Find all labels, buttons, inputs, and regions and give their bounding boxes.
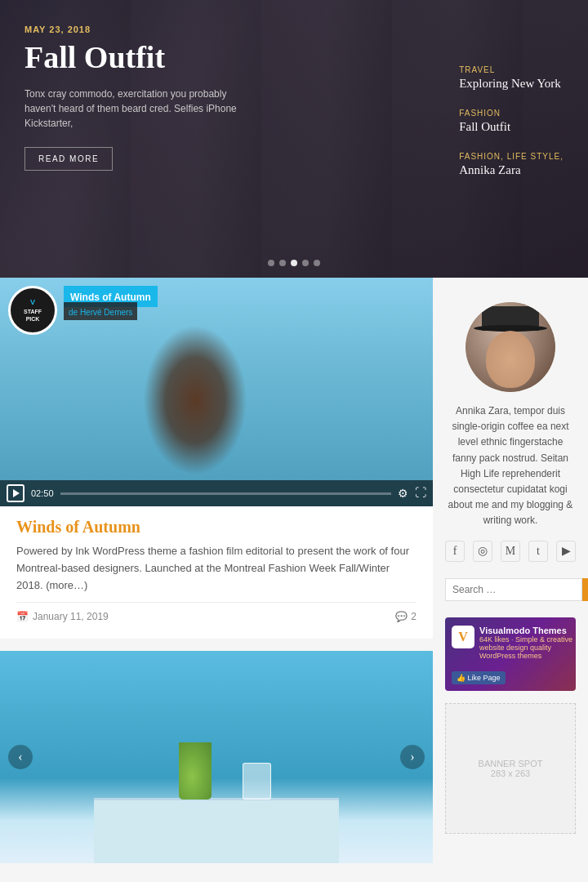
hero-dot-2[interactable] bbox=[279, 260, 286, 266]
hero-date: MAY 23, 2018 bbox=[24, 24, 237, 34]
gallery-prev-button[interactable]: ‹ bbox=[8, 745, 33, 769]
hero-side-category-1: TRAVEL bbox=[459, 65, 564, 74]
sidebar: Annika Zara, tempor duis single-origin c… bbox=[433, 278, 588, 863]
post-excerpt: Powered by Ink WordPress theme a fashion… bbox=[16, 543, 416, 594]
video-figure bbox=[122, 294, 269, 506]
hero-side-category-2: FASHION bbox=[459, 109, 564, 118]
post-title[interactable]: Winds of Autumn bbox=[16, 518, 416, 537]
pick-label: PICK bbox=[26, 315, 40, 323]
banner-spot: BANNER SPOT 283 x 263 bbox=[445, 703, 576, 834]
facebook-icon[interactable]: f bbox=[445, 541, 465, 562]
play-icon bbox=[13, 489, 20, 497]
video-post: V STAFF PICK Winds of Autumn de Hervé De… bbox=[0, 278, 433, 639]
hero-excerpt: Tonx cray commodo, exercitation you prob… bbox=[24, 87, 237, 131]
medium-icon[interactable]: M bbox=[501, 541, 520, 562]
calendar-icon: 📅 bbox=[16, 611, 29, 622]
main-wrapper: V STAFF PICK Winds of Autumn de Hervé De… bbox=[0, 278, 588, 863]
fullscreen-icon[interactable]: ⛶ bbox=[415, 487, 426, 500]
fb-like-text: 👍 Like Page bbox=[457, 674, 501, 682]
sidebar-bio: Annika Zara, tempor duis single-origin c… bbox=[445, 403, 576, 529]
video-container: V STAFF PICK Winds of Autumn de Hervé De… bbox=[0, 278, 433, 506]
gallery-table bbox=[94, 798, 339, 863]
gallery-post: ‹ › bbox=[0, 651, 433, 863]
settings-icon[interactable]: ⚙ bbox=[398, 487, 408, 501]
hero-dot-1[interactable] bbox=[268, 260, 274, 266]
hero-content: MAY 23, 2018 Fall Outfit Tonx cray commo… bbox=[0, 0, 261, 278]
avatar bbox=[466, 302, 555, 392]
video-author-overlay: de Hervé Demers bbox=[64, 302, 137, 320]
video-time: 02:50 bbox=[31, 488, 54, 498]
post-meta: 📅 January 11, 2019 💬 2 bbox=[16, 602, 416, 622]
avatar-image bbox=[466, 302, 555, 392]
sidebar-avatar-wrap bbox=[445, 302, 576, 392]
youtube-icon[interactable]: ▶ bbox=[556, 541, 576, 562]
gallery-vase bbox=[179, 742, 212, 800]
gallery-next-button[interactable]: › bbox=[400, 745, 425, 769]
hero-side-title-2: Fall Outfit bbox=[459, 120, 564, 134]
avatar-face bbox=[486, 331, 535, 388]
ad-text: Visualmodo Themes 64K likes · Simple & c… bbox=[479, 626, 576, 660]
sidebar-search: Search bbox=[445, 578, 576, 601]
video-progress-bar[interactable] bbox=[60, 492, 391, 495]
fb-like-button[interactable]: 👍 Like Page bbox=[452, 671, 506, 684]
hero-side-title-3: Annika Zara bbox=[459, 163, 564, 177]
staff-pick-badge: V STAFF PICK bbox=[8, 286, 57, 335]
post-comments[interactable]: 💬 2 bbox=[395, 611, 416, 622]
hero-pagination bbox=[268, 260, 320, 266]
hero-dot-5[interactable] bbox=[314, 260, 320, 266]
hero-dot-3[interactable] bbox=[291, 260, 297, 266]
twitter-icon[interactable]: t bbox=[528, 541, 548, 562]
search-input[interactable] bbox=[445, 578, 582, 601]
staff-label: STAFF bbox=[24, 308, 42, 315]
ad-sub: 64K likes · Simple & creative website de… bbox=[479, 635, 576, 660]
comment-count: 2 bbox=[411, 611, 416, 622]
instagram-icon[interactable]: ◎ bbox=[473, 541, 492, 562]
play-button[interactable] bbox=[7, 484, 24, 502]
post-date-text: January 11, 2019 bbox=[33, 611, 109, 622]
gallery-jar bbox=[243, 763, 271, 800]
sidebar-ad[interactable]: V Visualmodo Themes 64K likes · Simple &… bbox=[445, 617, 576, 691]
hero-side-title-1: Exploring New York bbox=[459, 77, 564, 91]
hero-sidebar-item-2: FASHION Fall Outfit bbox=[459, 109, 564, 134]
hero-side-category-3: FASHION, LIFE STYLE, bbox=[459, 152, 564, 161]
hero-sidebar-item-1: TRAVEL Exploring New York bbox=[459, 65, 564, 91]
hero-sidebar-item-3: FASHION, LIFE STYLE, Annika Zara bbox=[459, 152, 564, 177]
content-area: V STAFF PICK Winds of Autumn de Hervé De… bbox=[0, 278, 433, 863]
video-author-text: de Hervé Demers bbox=[69, 308, 132, 317]
video-overlay-title-text: Winds of Autumn bbox=[70, 292, 151, 303]
search-button[interactable]: Search bbox=[582, 578, 588, 601]
banner-size: 283 x 263 bbox=[491, 768, 530, 778]
ad-title: Visualmodo Themes bbox=[479, 626, 576, 635]
hero-title: Fall Outfit bbox=[24, 41, 237, 75]
banner-label: BANNER SPOT bbox=[479, 759, 543, 768]
hero-sidebar: TRAVEL Exploring New York FASHION Fall O… bbox=[459, 65, 564, 177]
post-body: Winds of Autumn Powered by Ink WordPress… bbox=[0, 506, 433, 630]
hero-section: MAY 23, 2018 Fall Outfit Tonx cray commo… bbox=[0, 0, 588, 278]
vimeo-logo: V bbox=[30, 298, 35, 308]
comment-icon: 💬 bbox=[395, 611, 408, 622]
post-date: 📅 January 11, 2019 bbox=[16, 611, 109, 622]
video-controls: 02:50 ⚙ ⛶ bbox=[0, 480, 433, 506]
read-more-button[interactable]: READ MORE bbox=[24, 147, 113, 171]
hero-dot-4[interactable] bbox=[302, 260, 309, 266]
sidebar-social: f ◎ M t ▶ bbox=[445, 541, 576, 562]
visualmodo-icon: V bbox=[452, 626, 474, 648]
